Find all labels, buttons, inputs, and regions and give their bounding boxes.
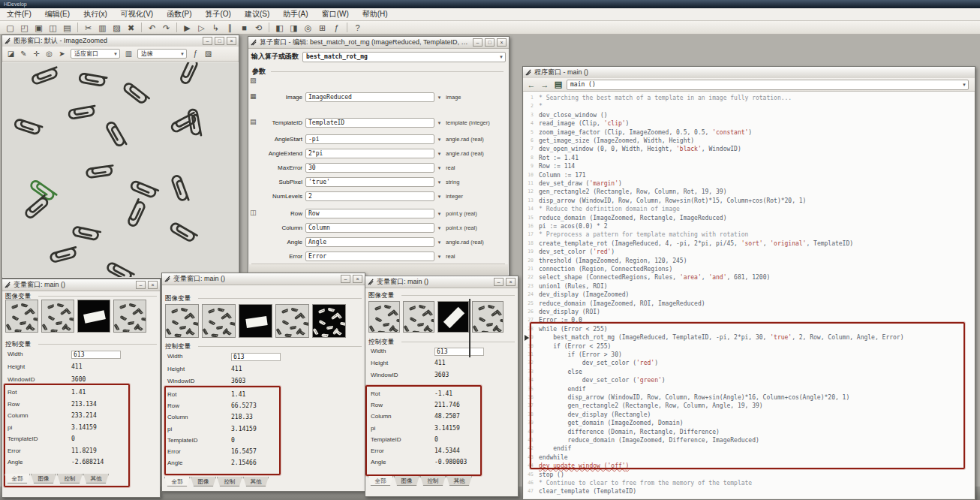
variable-row-Angle[interactable]: Angle2.15466 bbox=[162, 459, 365, 470]
variable-row-Height[interactable]: Height411 bbox=[162, 366, 365, 376]
chevron-down-icon[interactable]: ▼ bbox=[436, 212, 443, 216]
close-button[interactable]: × bbox=[227, 37, 236, 45]
image-variable-thumbnail[interactable] bbox=[165, 304, 199, 338]
move-icon[interactable]: ✛ bbox=[30, 48, 43, 60]
grid-icon[interactable]: ⊞ bbox=[315, 22, 329, 34]
tab-3[interactable]: 其他 bbox=[243, 477, 269, 486]
image-variable-thumbnail[interactable] bbox=[472, 301, 504, 333]
minimize-button[interactable]: – bbox=[494, 278, 504, 286]
menu-item-3[interactable]: 可视化(V) bbox=[114, 8, 160, 20]
menu-item-6[interactable]: 建议(S) bbox=[238, 8, 276, 20]
chevron-down-icon[interactable]: ▼ bbox=[436, 180, 443, 185]
color-mode-icon[interactable]: ▥ bbox=[122, 48, 135, 60]
image-variable-thumbnail[interactable] bbox=[437, 301, 469, 333]
variable-row-Angle[interactable]: Angle-2.688214 bbox=[2, 459, 160, 469]
chevron-down-icon[interactable]: ▼ bbox=[436, 255, 443, 259]
tab-0[interactable]: 全部 bbox=[164, 477, 190, 486]
menu-item-8[interactable]: 窗口(W) bbox=[315, 8, 356, 20]
menu-item-2[interactable]: 执行(x) bbox=[77, 8, 114, 20]
param-value-input[interactable]: ImageReduced bbox=[305, 92, 434, 102]
variable-window-titlebar[interactable]: 变量窗口: main ()–× bbox=[2, 279, 160, 291]
image-variable-thumbnail[interactable] bbox=[5, 300, 38, 333]
image-variable-thumbnail[interactable] bbox=[368, 301, 400, 333]
variable-row-Row[interactable]: Row213.134 bbox=[2, 401, 160, 411]
tab-1[interactable]: 图像 bbox=[31, 474, 56, 483]
paste-icon[interactable]: ▨ bbox=[110, 22, 124, 34]
back-icon[interactable]: ← bbox=[526, 80, 537, 89]
close-button[interactable]: × bbox=[353, 275, 362, 283]
reset-icon[interactable]: ⟲ bbox=[251, 22, 266, 34]
variable-row-TemplateID[interactable]: TemplateID0 bbox=[162, 437, 365, 447]
pause-icon[interactable]: ∥ bbox=[223, 22, 237, 34]
maximize-button[interactable]: □ bbox=[215, 37, 224, 45]
minimize-button[interactable]: – bbox=[341, 275, 350, 283]
menu-item-1[interactable]: 编辑(E) bbox=[38, 8, 77, 20]
gray-histogram-icon[interactable]: ◧ bbox=[272, 22, 287, 34]
chevron-down-icon[interactable]: ▼ bbox=[436, 121, 443, 125]
variable-row-WindowID[interactable]: WindowID3600 bbox=[2, 376, 160, 387]
variable-row-Column[interactable]: Column218.33 bbox=[162, 414, 365, 424]
param-value-input[interactable]: 30 bbox=[305, 163, 434, 173]
param-value-input[interactable]: Column bbox=[305, 223, 434, 233]
chevron-down-icon[interactable]: ▼ bbox=[436, 240, 443, 245]
param-value-input[interactable]: -pi bbox=[305, 134, 434, 144]
variable-row-WindowID[interactable]: WindowID3603 bbox=[365, 372, 518, 382]
tab-2[interactable]: 控制 bbox=[217, 477, 242, 486]
variable-row-Height[interactable]: Height411 bbox=[2, 363, 160, 374]
graphics-window-titlebar[interactable]: 图形窗口: 默认 - ImageZoomed – □ × bbox=[2, 35, 239, 47]
procedure-combo[interactable]: main () ▼ bbox=[567, 80, 969, 90]
menu-item-0[interactable]: 文件(F) bbox=[0, 8, 38, 20]
chevron-down-icon[interactable]: ▼ bbox=[436, 152, 443, 156]
chevron-down-icon[interactable]: ▼ bbox=[436, 194, 443, 199]
variable-row-Rot[interactable]: Rot1.41 bbox=[2, 389, 160, 399]
image-variable-thumbnail[interactable] bbox=[41, 300, 74, 333]
redo-icon[interactable]: ↷ bbox=[159, 22, 173, 34]
variable-window-titlebar[interactable]: 变量窗口: main ()–× bbox=[365, 276, 518, 288]
code-editor[interactable]: 1* Searching the best match of a templat… bbox=[524, 92, 974, 498]
close-button[interactable]: × bbox=[506, 278, 516, 286]
step-into-icon[interactable]: ↳ bbox=[209, 22, 223, 34]
param-value-input[interactable]: Error bbox=[305, 252, 434, 261]
run-icon[interactable]: ▶ bbox=[180, 22, 194, 34]
settings-icon[interactable]: ▨ bbox=[202, 48, 215, 60]
variable-row-Width[interactable]: Width613 bbox=[365, 348, 518, 358]
image-variable-thumbnail[interactable] bbox=[113, 300, 146, 333]
variable-row-TemplateID[interactable]: TemplateID0 bbox=[365, 436, 518, 447]
tab-1[interactable]: 图像 bbox=[394, 476, 419, 486]
variable-row-Rot[interactable]: Rot-1.41 bbox=[365, 390, 518, 401]
minimize-button[interactable]: – bbox=[203, 37, 212, 45]
function-plot-icon[interactable]: ƒ bbox=[189, 48, 202, 60]
param-value-input[interactable]: 2*pi bbox=[305, 149, 434, 158]
variable-row-Column[interactable]: Column233.214 bbox=[2, 412, 160, 423]
chevron-down-icon[interactable]: ▼ bbox=[436, 226, 443, 230]
graphics-image-clips[interactable] bbox=[3, 62, 238, 277]
variable-row-Error[interactable]: Error16.5457 bbox=[162, 448, 365, 459]
tab-3[interactable]: 其他 bbox=[83, 474, 109, 483]
variable-row-Row[interactable]: Row211.746 bbox=[365, 402, 518, 412]
close-button[interactable]: × bbox=[148, 281, 158, 289]
chevron-down-icon[interactable]: ▼ bbox=[436, 95, 443, 100]
print-icon[interactable]: ▤ bbox=[60, 22, 74, 34]
tab-1[interactable]: 图像 bbox=[191, 477, 216, 486]
variable-row-WindowID[interactable]: WindowID3603 bbox=[162, 378, 365, 388]
image-variable-thumbnail[interactable] bbox=[239, 304, 272, 338]
tab-0[interactable]: 全部 bbox=[368, 476, 393, 486]
variable-row-Error[interactable]: Error11.8219 bbox=[2, 447, 160, 458]
param-value-input[interactable]: TemplateID bbox=[305, 118, 434, 128]
help-icon[interactable]: ? bbox=[350, 22, 365, 34]
pointer-icon[interactable]: ➤ bbox=[56, 48, 68, 60]
undo-icon[interactable]: ↶ bbox=[145, 22, 159, 34]
menu-item-7[interactable]: 助手(A) bbox=[276, 8, 314, 20]
variable-row-Column[interactable]: Column48.2507 bbox=[365, 413, 518, 423]
display-mode-icon[interactable]: ◪ bbox=[5, 48, 17, 60]
zoom-icon[interactable]: ◎ bbox=[43, 48, 56, 60]
variable-row-Width[interactable]: Width613 bbox=[2, 351, 160, 361]
image-variable-thumbnail[interactable] bbox=[312, 304, 346, 338]
open-program-icon[interactable]: ◰ bbox=[17, 22, 32, 34]
forward-icon[interactable]: → bbox=[540, 80, 550, 89]
tab-2[interactable]: 控制 bbox=[420, 476, 446, 486]
menu-item-5[interactable]: 算子(O) bbox=[198, 8, 237, 20]
variable-row-Error[interactable]: Error14.5344 bbox=[365, 447, 518, 458]
menu-item-4[interactable]: 函数(P) bbox=[160, 8, 198, 20]
cut-icon[interactable]: ✂ bbox=[81, 22, 95, 34]
